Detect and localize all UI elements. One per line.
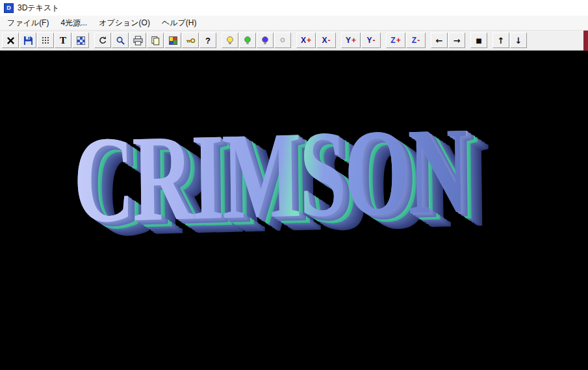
stop-icon: ■	[476, 37, 481, 44]
y-minus-button[interactable]: Y-	[361, 33, 381, 48]
z-plus-button[interactable]: Z+	[386, 33, 405, 48]
x-minus-button[interactable]: X-	[316, 33, 336, 48]
z-minus-button[interactable]: Z-	[406, 33, 426, 48]
window-title: 3Dテキスト	[18, 3, 59, 14]
light-green-button[interactable]	[239, 33, 256, 48]
rotate-button[interactable]	[94, 33, 111, 48]
window-edge-strip	[583, 31, 588, 51]
light-yellow-icon	[225, 36, 235, 45]
move-down-button[interactable]: ↓	[510, 33, 527, 48]
menu-file[interactable]: ファイル(F)	[1, 16, 55, 30]
copy-icon	[151, 36, 160, 46]
menu-light-sources[interactable]: 4光源...	[55, 16, 93, 30]
light-blue-icon	[261, 36, 270, 45]
menu-help[interactable]: ヘルプ(H)	[156, 16, 203, 30]
light-green-icon	[243, 36, 252, 45]
copy-button[interactable]	[147, 33, 164, 48]
grid-icon	[42, 36, 50, 44]
render-canvas[interactable]: CRIMSON CRIMSON	[0, 51, 588, 370]
palette-icon	[169, 36, 177, 45]
light-yellow-button[interactable]	[222, 33, 238, 48]
light-off-icon	[278, 36, 287, 45]
help-button[interactable]: ?	[199, 33, 216, 48]
menu-options[interactable]: オプション(O)	[93, 16, 156, 30]
z-minus-label: Z	[412, 36, 416, 45]
floppy-icon	[23, 36, 33, 46]
move-right-button[interactable]: →	[448, 33, 465, 48]
checker-icon	[77, 36, 85, 45]
zoom-button[interactable]	[112, 33, 129, 48]
toolbar: T	[0, 31, 588, 51]
light-off-button[interactable]	[274, 33, 291, 48]
y-minus-label: Y	[366, 36, 372, 45]
close-icon	[6, 36, 15, 45]
menu-bar: ファイル(F) 4光源... オプション(O) ヘルプ(H)	[0, 16, 588, 31]
move-up-button[interactable]: ↑	[492, 33, 509, 48]
title-bar: D 3Dテキスト	[0, 0, 588, 16]
x-minus-label: X	[322, 36, 327, 45]
text-button[interactable]: T	[55, 33, 71, 48]
printer-icon	[133, 36, 143, 46]
stop-button[interactable]: ■	[470, 33, 487, 48]
move-left-button[interactable]: ←	[431, 33, 448, 48]
magnifier-icon	[116, 36, 125, 46]
x-plus-button[interactable]: X+	[296, 33, 316, 48]
pattern-button[interactable]	[72, 33, 89, 48]
left-arrow-icon: ←	[436, 36, 443, 46]
palette-button[interactable]	[164, 33, 181, 48]
rotate-icon	[98, 36, 107, 45]
close-button[interactable]	[2, 33, 19, 48]
text-3d-face: CRIMSON	[73, 108, 468, 242]
key-button[interactable]	[182, 33, 199, 48]
up-arrow-icon: ↑	[498, 36, 505, 46]
text-icon: T	[60, 35, 66, 46]
right-arrow-icon: →	[454, 36, 461, 46]
print-button[interactable]	[129, 33, 146, 48]
grid-button[interactable]	[37, 33, 54, 48]
app-icon: D	[4, 3, 14, 13]
save-button[interactable]	[19, 33, 36, 48]
y-plus-label: Y	[346, 36, 351, 45]
help-icon: ?	[205, 36, 211, 46]
x-plus-label: X	[301, 36, 306, 45]
key-icon	[186, 36, 196, 46]
z-plus-label: Z	[390, 36, 395, 45]
y-plus-button[interactable]: Y+	[341, 33, 361, 48]
light-blue-button[interactable]	[257, 33, 274, 48]
down-arrow-icon: ↓	[515, 36, 522, 46]
